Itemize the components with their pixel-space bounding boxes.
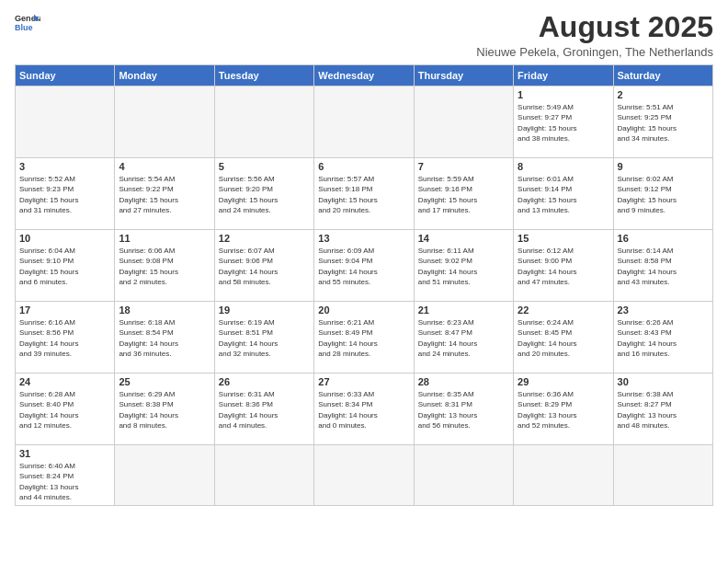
weekday-header-thursday: Thursday: [414, 65, 513, 86]
day-number: 25: [119, 376, 210, 387]
month-title: August 2025: [476, 11, 713, 43]
calendar-cell: 21Sunrise: 6:23 AM Sunset: 8:47 PM Dayli…: [414, 302, 513, 373]
day-info: Sunrise: 6:23 AM Sunset: 8:47 PM Dayligh…: [418, 317, 509, 359]
calendar-cell: 31Sunrise: 6:40 AM Sunset: 8:24 PM Dayli…: [16, 445, 115, 506]
calendar-cell: 9Sunrise: 6:02 AM Sunset: 9:12 PM Daylig…: [613, 158, 712, 230]
day-number: 14: [418, 233, 509, 244]
calendar-cell: 20Sunrise: 6:21 AM Sunset: 8:49 PM Dayli…: [314, 302, 414, 373]
calendar-cell: 26Sunrise: 6:31 AM Sunset: 8:36 PM Dayli…: [214, 373, 313, 445]
day-number: 18: [119, 304, 210, 316]
day-number: 7: [418, 161, 509, 172]
day-info: Sunrise: 6:35 AM Sunset: 8:31 PM Dayligh…: [418, 389, 509, 431]
calendar-cell: 18Sunrise: 6:18 AM Sunset: 8:54 PM Dayli…: [115, 302, 214, 373]
day-info: Sunrise: 6:06 AM Sunset: 9:08 PM Dayligh…: [119, 246, 210, 287]
calendar-cell: 17Sunrise: 6:16 AM Sunset: 8:56 PM Dayli…: [16, 302, 115, 373]
day-info: Sunrise: 6:02 AM Sunset: 9:12 PM Dayligh…: [618, 174, 709, 215]
day-number: 20: [318, 304, 409, 316]
day-info: Sunrise: 6:31 AM Sunset: 8:36 PM Dayligh…: [219, 389, 310, 431]
weekday-header-tuesday: Tuesday: [214, 65, 313, 86]
day-info: Sunrise: 6:21 AM Sunset: 8:49 PM Dayligh…: [318, 317, 409, 359]
calendar-cell: 2Sunrise: 5:51 AM Sunset: 9:25 PM Daylig…: [613, 86, 712, 158]
day-number: 30: [618, 376, 709, 387]
calendar-cell: [214, 445, 313, 506]
calendar-cell: 7Sunrise: 5:59 AM Sunset: 9:16 PM Daylig…: [414, 158, 513, 230]
calendar-cell: 12Sunrise: 6:07 AM Sunset: 9:06 PM Dayli…: [214, 230, 313, 302]
calendar-cell: 10Sunrise: 6:04 AM Sunset: 9:10 PM Dayli…: [16, 230, 115, 302]
weekday-header-sunday: Sunday: [16, 65, 115, 86]
day-number: 8: [518, 161, 609, 172]
day-info: Sunrise: 5:57 AM Sunset: 9:18 PM Dayligh…: [318, 174, 409, 215]
day-info: Sunrise: 5:49 AM Sunset: 9:27 PM Dayligh…: [518, 102, 609, 144]
calendar-cell: 14Sunrise: 6:11 AM Sunset: 9:02 PM Dayli…: [414, 230, 513, 302]
weekday-header-monday: Monday: [115, 65, 214, 86]
day-number: 13: [318, 233, 409, 244]
calendar-cell: 24Sunrise: 6:28 AM Sunset: 8:40 PM Dayli…: [16, 373, 115, 445]
day-number: 28: [418, 376, 509, 387]
day-number: 5: [219, 161, 310, 172]
day-info: Sunrise: 5:56 AM Sunset: 9:20 PM Dayligh…: [219, 174, 310, 215]
calendar-cell: 16Sunrise: 6:14 AM Sunset: 8:58 PM Dayli…: [613, 230, 712, 302]
day-info: Sunrise: 6:38 AM Sunset: 8:27 PM Dayligh…: [618, 389, 709, 431]
day-number: 29: [518, 376, 609, 387]
day-info: Sunrise: 6:40 AM Sunset: 8:24 PM Dayligh…: [19, 461, 110, 502]
day-number: 16: [618, 233, 709, 244]
weekday-header-saturday: Saturday: [613, 65, 712, 86]
day-info: Sunrise: 6:29 AM Sunset: 8:38 PM Dayligh…: [119, 389, 210, 431]
calendar-cell: 3Sunrise: 5:52 AM Sunset: 9:23 PM Daylig…: [16, 158, 115, 230]
calendar-cell: 8Sunrise: 6:01 AM Sunset: 9:14 PM Daylig…: [514, 158, 613, 230]
calendar-cell: 11Sunrise: 6:06 AM Sunset: 9:08 PM Dayli…: [115, 230, 214, 302]
day-number: 24: [19, 376, 110, 387]
weekday-header-friday: Friday: [514, 65, 613, 86]
day-info: Sunrise: 6:16 AM Sunset: 8:56 PM Dayligh…: [19, 317, 110, 359]
day-number: 9: [618, 161, 709, 172]
calendar-cell: 30Sunrise: 6:38 AM Sunset: 8:27 PM Dayli…: [613, 373, 712, 445]
day-info: Sunrise: 6:12 AM Sunset: 9:00 PM Dayligh…: [518, 246, 609, 287]
calendar-cell: [214, 86, 313, 158]
day-info: Sunrise: 6:18 AM Sunset: 8:54 PM Dayligh…: [119, 317, 210, 359]
calendar-cell: [115, 86, 214, 158]
calendar-cell: 5Sunrise: 5:56 AM Sunset: 9:20 PM Daylig…: [214, 158, 313, 230]
calendar-table: SundayMondayTuesdayWednesdayThursdayFrid…: [15, 64, 713, 506]
calendar-cell: 13Sunrise: 6:09 AM Sunset: 9:04 PM Dayli…: [314, 230, 414, 302]
calendar-cell: [314, 445, 414, 506]
calendar-cell: 28Sunrise: 6:35 AM Sunset: 8:31 PM Dayli…: [414, 373, 513, 445]
day-number: 1: [518, 89, 609, 100]
day-number: 19: [219, 304, 310, 316]
calendar-cell: [115, 445, 214, 506]
day-info: Sunrise: 6:04 AM Sunset: 9:10 PM Dayligh…: [19, 246, 110, 287]
day-info: Sunrise: 6:26 AM Sunset: 8:43 PM Dayligh…: [618, 317, 709, 359]
day-number: 27: [318, 376, 409, 387]
day-number: 2: [618, 89, 709, 100]
calendar-cell: [613, 445, 712, 506]
day-number: 6: [318, 161, 409, 172]
location-subtitle: Nieuwe Pekela, Groningen, The Netherland…: [476, 45, 713, 59]
day-info: Sunrise: 6:24 AM Sunset: 8:45 PM Dayligh…: [518, 317, 609, 359]
day-info: Sunrise: 6:07 AM Sunset: 9:06 PM Dayligh…: [219, 246, 310, 287]
day-info: Sunrise: 5:59 AM Sunset: 9:16 PM Dayligh…: [418, 174, 509, 215]
calendar-cell: 23Sunrise: 6:26 AM Sunset: 8:43 PM Dayli…: [613, 302, 712, 373]
day-info: Sunrise: 6:33 AM Sunset: 8:34 PM Dayligh…: [318, 389, 409, 431]
day-number: 4: [119, 161, 210, 172]
calendar-cell: 27Sunrise: 6:33 AM Sunset: 8:34 PM Dayli…: [314, 373, 414, 445]
day-info: Sunrise: 6:28 AM Sunset: 8:40 PM Dayligh…: [19, 389, 110, 431]
calendar-cell: 15Sunrise: 6:12 AM Sunset: 9:00 PM Dayli…: [514, 230, 613, 302]
calendar-cell: [414, 86, 513, 158]
weekday-header-wednesday: Wednesday: [314, 65, 414, 86]
title-block: August 2025 Nieuwe Pekela, Groningen, Th…: [476, 11, 713, 59]
day-info: Sunrise: 6:11 AM Sunset: 9:02 PM Dayligh…: [418, 246, 509, 287]
day-number: 17: [19, 304, 110, 316]
calendar-cell: 22Sunrise: 6:24 AM Sunset: 8:45 PM Dayli…: [514, 302, 613, 373]
day-info: Sunrise: 5:52 AM Sunset: 9:23 PM Dayligh…: [19, 174, 110, 215]
day-number: 26: [219, 376, 310, 387]
day-number: 21: [418, 304, 509, 316]
day-number: 15: [518, 233, 609, 244]
day-info: Sunrise: 6:01 AM Sunset: 9:14 PM Dayligh…: [518, 174, 609, 215]
day-info: Sunrise: 5:51 AM Sunset: 9:25 PM Dayligh…: [618, 102, 709, 144]
day-number: 23: [618, 304, 709, 316]
calendar-cell: [314, 86, 414, 158]
day-info: Sunrise: 6:36 AM Sunset: 8:29 PM Dayligh…: [518, 389, 609, 431]
svg-text:Blue: Blue: [15, 23, 33, 32]
day-number: 31: [19, 448, 110, 459]
day-info: Sunrise: 6:14 AM Sunset: 8:58 PM Dayligh…: [618, 246, 709, 287]
calendar-cell: 19Sunrise: 6:19 AM Sunset: 8:51 PM Dayli…: [214, 302, 313, 373]
